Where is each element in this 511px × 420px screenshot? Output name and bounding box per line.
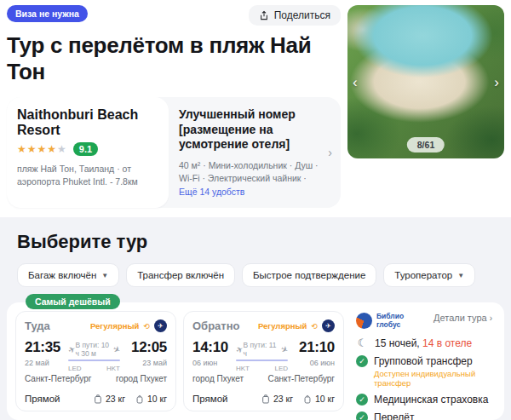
arrival-airport-code: HKT bbox=[106, 365, 120, 372]
room-amenities: 40 м² · Мини-холодильник · Душ · Wi-Fi ·… bbox=[179, 159, 319, 199]
check-icon: ✓ bbox=[356, 411, 368, 420]
airline-logo-icon: ✈ bbox=[154, 319, 167, 332]
tour-details-link[interactable]: Детали тура› bbox=[433, 313, 492, 323]
hotel-location: пляж Най Тон, Таиланд · от аэропорта Phu… bbox=[17, 163, 158, 188]
hotel-room-card: Naithonburi Beach Resort ★★★★★ 9.1 пляж … bbox=[7, 97, 341, 208]
chevron-down-icon: ▼ bbox=[457, 272, 464, 279]
rating-badge: 9.1 bbox=[73, 142, 98, 156]
hotel-name: Naithonburi Beach Resort bbox=[17, 107, 158, 138]
flight-card-outbound: Туда Регулярный ⟲ ✈ 21:35 22 май ✈ В пут… bbox=[15, 311, 176, 411]
hotel-rating-row: ★★★★★ 9.1 bbox=[17, 142, 158, 156]
filters-row: Багаж включён▼ Трансфер включён Быстрое … bbox=[17, 263, 504, 287]
star-rating-icon: ★★★★★ bbox=[17, 143, 67, 155]
page-title: Тур с перелётом в пляж Най Тон bbox=[7, 32, 342, 85]
recurring-icon: ⟲ bbox=[143, 322, 150, 331]
operator-logo-icon bbox=[356, 313, 372, 329]
flight-route: 14:10 06 июн ✈ В пути: 11 ч ✈ HKT LED bbox=[192, 339, 335, 372]
gallery-counter: 8/61 bbox=[407, 137, 445, 152]
arrival-time: 12:05 bbox=[124, 339, 167, 356]
departure-date: 06 июн bbox=[192, 359, 232, 367]
filter-confirmation[interactable]: Быстрое подтверждение bbox=[242, 263, 376, 287]
check-icon: ✓ bbox=[356, 355, 368, 367]
airline-logo-icon: ✈ bbox=[322, 319, 335, 332]
moon-icon: ☾ bbox=[356, 337, 369, 349]
hotel-nights: 14 в отеле bbox=[422, 337, 472, 349]
route-line bbox=[236, 360, 288, 361]
arrival-date: 23 май bbox=[124, 359, 167, 367]
baggage-info: 23 кг 10 кг bbox=[261, 394, 335, 404]
departure-date: 22 май bbox=[25, 359, 64, 367]
arrival-date: 06 июн bbox=[292, 359, 335, 367]
route-line bbox=[68, 360, 120, 361]
filter-operator[interactable]: Туроператор▼ bbox=[383, 263, 475, 287]
visa-badge: Виза не нужна bbox=[7, 5, 88, 22]
departure-city: Санкт-Петербург bbox=[25, 374, 91, 383]
flight-direction: Туда bbox=[25, 319, 50, 332]
flight-route: 21:35 22 май ✈ В пути: 10 ч 30 м ✈ LED H… bbox=[25, 339, 167, 372]
tours-section: Выберите тур Багаж включён▼ Трансфер вкл… bbox=[0, 217, 511, 420]
more-amenities-link[interactable]: Ещё 14 удобств bbox=[179, 187, 244, 197]
departure-city: город Пхукет bbox=[192, 374, 244, 383]
tour-operator-brand: Библиоглобус bbox=[356, 313, 404, 330]
flight-stops: Прямой bbox=[192, 394, 228, 404]
backpack-icon bbox=[135, 394, 144, 404]
suitcase-icon bbox=[261, 394, 270, 404]
tours-heading: Выберите тур bbox=[17, 231, 504, 253]
baggage-weight: 23 кг bbox=[106, 394, 125, 404]
feature-flight: ✓ Перелёт bbox=[356, 411, 492, 420]
room-title: Улучшенный номер [размещение на усмотрен… bbox=[179, 107, 319, 152]
baggage-weight: 23 кг bbox=[273, 394, 293, 404]
chevron-down-icon: ▼ bbox=[101, 272, 108, 279]
arrival-airport-code: LED bbox=[274, 365, 288, 372]
hotel-photo[interactable]: ‹ › 8/61 bbox=[347, 5, 504, 158]
flight-type: Регулярный bbox=[90, 321, 140, 331]
offer-panel: Библиоглобус Детали тура› ☾ 15 ночей, 14… bbox=[351, 311, 496, 411]
hotel-card[interactable]: Naithonburi Beach Resort ★★★★★ 9.1 пляж … bbox=[7, 97, 169, 208]
arrival-city: город Пхукет bbox=[116, 374, 167, 383]
header-row: Виза не нужна Поделиться bbox=[7, 5, 342, 26]
carryon-weight: 10 кг bbox=[147, 394, 167, 404]
departure-time: 14:10 bbox=[192, 339, 232, 356]
gallery-next-icon[interactable]: › bbox=[494, 75, 499, 89]
departure-airport-code: HKT bbox=[236, 365, 250, 372]
flight-stops: Прямой bbox=[25, 394, 60, 404]
cheapest-badge: Самый дешёвый bbox=[26, 294, 120, 309]
filter-baggage[interactable]: Багаж включён▼ bbox=[17, 263, 119, 287]
departure-airport-code: LED bbox=[68, 365, 82, 372]
carryon-weight: 10 кг bbox=[315, 394, 335, 404]
flight-duration: В пути: 10 ч 30 м bbox=[75, 341, 112, 358]
tour-offer-card: Самый дешёвый Туда Регулярный ⟲ ✈ 21:35 … bbox=[7, 302, 504, 420]
flight-direction: Обратно bbox=[192, 319, 239, 332]
feature-insurance: ✓ Медицинская страховка bbox=[356, 394, 492, 406]
recurring-icon: ⟲ bbox=[311, 322, 318, 331]
arrival-time: 21:10 bbox=[292, 339, 335, 356]
baggage-info: 23 кг 10 кг bbox=[94, 394, 167, 404]
chevron-right-icon: › bbox=[490, 314, 492, 323]
check-icon: ✓ bbox=[356, 394, 368, 406]
filter-transfer[interactable]: Трансфер включён bbox=[126, 263, 235, 287]
backpack-icon bbox=[303, 394, 312, 404]
flight-duration: В пути: 11 ч bbox=[243, 341, 280, 358]
suitcase-icon bbox=[94, 394, 102, 404]
gallery-prev-icon[interactable]: ‹ bbox=[353, 75, 358, 89]
feature-transfer: ✓ Групповой трансферДоступен индивидуаль… bbox=[356, 355, 492, 388]
departure-time: 21:35 bbox=[25, 339, 64, 356]
flight-card-return: Обратно Регулярный ⟲ ✈ 14:10 06 июн ✈ В … bbox=[183, 311, 344, 411]
share-label: Поделиться bbox=[274, 9, 330, 21]
nights-row: ☾ 15 ночей, 14 в отеле bbox=[356, 337, 492, 349]
share-button[interactable]: Поделиться bbox=[249, 5, 341, 26]
arrival-city: Санкт-Петербург bbox=[268, 374, 335, 383]
share-icon bbox=[259, 10, 269, 21]
feature-note: Доступен индивидуальный трансфер bbox=[374, 369, 492, 388]
room-card[interactable]: Улучшенный номер [размещение на усмотрен… bbox=[169, 97, 341, 208]
flight-type: Регулярный bbox=[258, 321, 307, 331]
chevron-right-icon[interactable]: › bbox=[328, 146, 332, 159]
